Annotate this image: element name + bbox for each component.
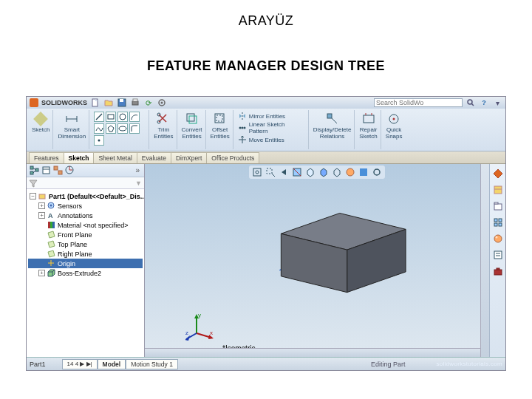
fm-property-tab-icon[interactable]: [41, 166, 51, 176]
trim-icon: [156, 112, 171, 126]
fillet-tool-icon[interactable]: [129, 123, 140, 134]
tree-top-plane[interactable]: Top Plane: [28, 239, 143, 249]
svg-rect-80: [494, 204, 502, 210]
mirror-entities-button[interactable]: Mirror Entities: [238, 112, 285, 120]
expand-icon[interactable]: +: [38, 202, 45, 209]
doc-tab-model[interactable]: Model: [98, 359, 126, 369]
svg-point-31: [393, 118, 395, 120]
help-icon[interactable]: ?: [479, 98, 489, 107]
fm-tree-tab-icon[interactable]: [29, 166, 39, 176]
fm-tabstrip: »: [27, 164, 144, 177]
tree-right-plane[interactable]: Right Plane: [28, 249, 143, 259]
sensors-icon: [47, 202, 55, 210]
part-icon: [38, 192, 47, 200]
svg-rect-42: [39, 194, 45, 199]
tree-boss-extrude[interactable]: + Boss-Extrude2: [28, 268, 143, 278]
ribbon-repair-group[interactable]: Repair Sketch: [356, 110, 381, 149]
ribbon-shapes-group: [91, 110, 149, 149]
tree-material[interactable]: Material <not specified>: [28, 220, 143, 230]
options-icon[interactable]: [157, 98, 167, 107]
ribbon-convert-label: Convert Entities: [182, 127, 202, 140]
new-file-icon[interactable]: [90, 98, 100, 107]
svg-rect-34: [35, 168, 38, 171]
ribbon-sketch-group[interactable]: Sketch: [29, 110, 53, 149]
ribbon-trim-group[interactable]: Trim Entities: [151, 110, 177, 149]
open-file-icon[interactable]: [103, 98, 114, 107]
tab-evaluate[interactable]: Evaluate: [137, 152, 171, 163]
tree-annotations[interactable]: + A Annotations: [28, 211, 143, 220]
sketch-icon: [33, 112, 48, 126]
view-palette-icon[interactable]: [491, 216, 505, 229]
save-icon[interactable]: [117, 98, 127, 107]
tab-features[interactable]: Features: [29, 152, 64, 163]
orientation-triad[interactable]: y x z: [185, 311, 215, 341]
tab-sheet-metal[interactable]: Sheet Metal: [93, 152, 137, 163]
rebuild-icon[interactable]: ⟳: [143, 98, 154, 107]
tree-front-plane[interactable]: Front Plane: [28, 230, 143, 239]
svg-point-17: [98, 140, 100, 142]
line-tool-icon[interactable]: [94, 112, 104, 122]
expand-icon[interactable]: +: [38, 212, 45, 219]
expand-icon[interactable]: +: [38, 270, 45, 276]
polygon-tool-icon[interactable]: [106, 123, 116, 134]
ribbon-snaps-group[interactable]: Quick Snaps: [383, 110, 406, 149]
tab-office-products[interactable]: Office Products: [206, 152, 259, 163]
fm-dimxpert-tab-icon[interactable]: [64, 166, 75, 176]
ellipse-tool-icon[interactable]: [117, 123, 128, 134]
svg-point-16: [119, 126, 126, 131]
svg-point-44: [50, 205, 52, 207]
fm-collapse-icon[interactable]: »: [133, 166, 142, 174]
expand-icon[interactable]: −: [30, 193, 36, 200]
spline-tool-icon[interactable]: [94, 123, 104, 134]
svg-rect-81: [494, 202, 498, 204]
arc-tool-icon[interactable]: [129, 112, 140, 122]
tree-sensors[interactable]: + Sensors: [28, 201, 143, 211]
ribbon-relations-label: Display/Delete Relations: [313, 127, 352, 140]
linear-pattern-button[interactable]: Linear Sketch Pattern: [238, 121, 305, 134]
appearances-icon[interactable]: [491, 232, 505, 245]
doc-nav-arrows[interactable]: 14 4 ▶ ▶|: [62, 359, 98, 369]
viewport-hscrollbar[interactable]: [145, 348, 480, 357]
minimize-dropdown-icon[interactable]: ▾: [492, 98, 502, 107]
tree-origin-label: Origin: [58, 260, 75, 267]
tree-origin[interactable]: Origin: [28, 259, 143, 268]
app-logo-icon: [30, 98, 38, 107]
svg-rect-37: [43, 167, 50, 174]
svg-rect-47: [50, 222, 52, 228]
solidworks-resources-icon[interactable]: [491, 167, 505, 180]
ribbon-mirror-group: Mirror Entities Linear Sketch Pattern Mo…: [235, 110, 309, 149]
point-tool-icon[interactable]: [94, 135, 104, 146]
svg-text:z: z: [185, 330, 188, 336]
search-icon[interactable]: [466, 98, 476, 107]
rect-tool-icon[interactable]: [106, 112, 116, 122]
ribbon-offset-group[interactable]: Offset Entities: [208, 110, 233, 149]
print-icon[interactable]: [130, 98, 140, 107]
svg-marker-15: [108, 126, 114, 132]
toolbox-icon[interactable]: [491, 265, 505, 278]
doc-tab-motion-study[interactable]: Motion Study 1: [126, 359, 178, 369]
tab-sketch[interactable]: Sketch: [64, 152, 95, 163]
viewport-vscrollbar[interactable]: [480, 164, 489, 357]
graphics-viewport[interactable]: y x z *Isometric: [145, 164, 489, 357]
custom-properties-icon[interactable]: [491, 248, 505, 262]
circle-tool-icon[interactable]: [117, 112, 128, 122]
fm-filter-row[interactable]: ▼: [27, 177, 144, 189]
ribbon-relations-group[interactable]: Display/Delete Relations: [310, 110, 355, 149]
file-explorer-icon[interactable]: [491, 200, 505, 213]
tree-part-root[interactable]: − Part1 (Default<<Default>_Dis...: [28, 191, 143, 201]
ribbon-dim-label: Smart Dimension: [58, 127, 86, 140]
tab-dimxpert[interactable]: DimXpert: [171, 152, 207, 163]
task-pane: [489, 164, 505, 357]
ribbon-smart-dimension[interactable]: Smart Dimension: [55, 110, 89, 149]
search-input[interactable]: [374, 98, 463, 107]
tree-annotations-label: Annotations: [58, 212, 93, 219]
fm-filter-dropdown-icon[interactable]: ▼: [135, 180, 142, 187]
ribbon-repair-label: Repair Sketch: [359, 127, 377, 140]
fm-config-tab-icon[interactable]: [52, 166, 63, 176]
move-entities-button[interactable]: Move Entities: [238, 135, 284, 144]
ribbon-convert-group[interactable]: Convert Entities: [179, 110, 206, 149]
extrude-icon: [47, 269, 55, 277]
design-library-icon[interactable]: [491, 183, 505, 197]
move-label: Move Entities: [249, 137, 284, 143]
svg-rect-84: [494, 223, 497, 226]
